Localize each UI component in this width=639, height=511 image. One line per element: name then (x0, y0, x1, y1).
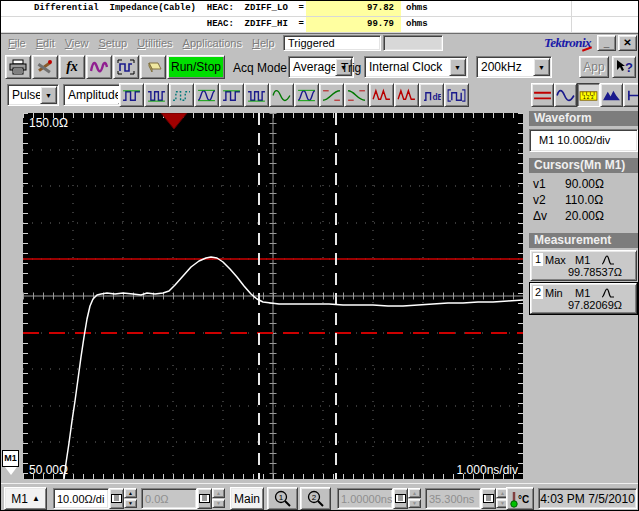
minimize-button[interactable]: _ (597, 35, 616, 51)
waveform-scale-readout[interactable]: M1 10.00Ω/div (529, 129, 638, 152)
keypad-icon (395, 494, 406, 503)
horizontal-scale-spinner: 1.00000ns ▲▼ (337, 487, 421, 510)
meas-period-button[interactable] (294, 83, 319, 107)
pulse-capture-icon (117, 59, 135, 75)
histogram-button[interactable] (600, 83, 623, 107)
waveform-database-button[interactable] (86, 55, 112, 79)
menu-utilities[interactable]: Utilities (137, 35, 172, 49)
graticule[interactable]: 150.0Ω 50.00Ω 1.000ns/div (23, 113, 523, 479)
measurement-readout-min[interactable]: 2 Min M1 97.82069Ω (530, 283, 637, 314)
waveform-marker-handle[interactable]: M1 (2, 450, 19, 467)
meas-pos-overshoot-button[interactable] (369, 83, 394, 107)
timebase-label: 1.000ns/div (457, 463, 518, 477)
keypad-button[interactable] (393, 488, 408, 509)
display-palette-group (531, 83, 639, 107)
close-button[interactable]: ✕ (618, 35, 637, 51)
meas-frequency-button[interactable] (269, 83, 294, 107)
zoom-2-button[interactable]: 2 (300, 487, 331, 510)
tools-button[interactable] (32, 55, 58, 79)
temperature-button[interactable]: °C (506, 487, 534, 510)
meas-high-button[interactable] (119, 83, 144, 107)
signal-type-dropdown[interactable]: Pulse ▼ (7, 84, 59, 106)
spin-down-button[interactable]: ▼ (408, 499, 421, 509)
eraser-icon (144, 59, 162, 75)
signal-type-value: Pulse (8, 88, 40, 102)
spin-up-button[interactable]: ▲ (124, 488, 137, 498)
svg-text:°C: °C (518, 494, 529, 505)
vertical-scale-field[interactable]: 10.00Ω/di (53, 488, 109, 509)
spin-up-button[interactable]: ▲ (212, 488, 225, 498)
waveform-section-header: Waveform (529, 111, 638, 126)
acq-mode-label: Acq Mode (233, 61, 287, 75)
spin-down-button[interactable]: ▼ (124, 499, 137, 509)
menu-file[interactable]: File (8, 35, 26, 49)
meas-pos-overshoot-icon (372, 88, 391, 103)
keypad-button[interactable] (109, 488, 124, 509)
meas-neg-overshoot-button[interactable] (394, 83, 419, 107)
banner-unit: ohms (406, 3, 428, 13)
meas-db-button[interactable] (419, 83, 444, 107)
menu-items: File Edit View Setup Utilities Applicati… (3, 35, 280, 49)
meas-amplitude-button[interactable] (194, 83, 219, 107)
spin-buttons: ▲▼ (408, 488, 421, 509)
cursors-button[interactable] (531, 83, 554, 107)
vertical-scale-spinner: 10.00Ω/di ▲▼ (53, 487, 137, 510)
acquire-waveform-button[interactable] (113, 55, 139, 79)
measurement-source: M1 (575, 254, 601, 266)
menu-view[interactable]: View (65, 35, 89, 49)
spin-down-button[interactable]: ▼ (212, 499, 225, 509)
printer-icon (9, 59, 27, 75)
meas-mid-button[interactable] (169, 83, 194, 107)
meas-amplitude-icon (197, 88, 216, 103)
display-area: 150.0Ω 50.00Ω 1.000ns/div M1 Waveform M1… (1, 109, 639, 483)
cursor-v2-label: v2 (533, 193, 565, 207)
graticule-plot: 150.0Ω 50.00Ω 1.000ns/div (23, 113, 523, 479)
cursor-readout-row: Δv 20.00Ω (528, 208, 639, 224)
menu-edit[interactable]: Edit (36, 35, 55, 49)
keypad-button[interactable] (481, 488, 496, 509)
context-help-button[interactable]: ? (612, 56, 636, 78)
tools-icon (36, 59, 54, 75)
graticule-labels-button[interactable] (577, 83, 600, 107)
trigger-source-dropdown[interactable]: Internal Clock ▼ (364, 56, 468, 78)
menu-applications[interactable]: Applications (183, 35, 242, 49)
waveform-style-button[interactable] (554, 83, 577, 107)
meas-neg-width-button[interactable] (244, 83, 269, 107)
magnifier-2-icon: 2 (306, 490, 326, 508)
measurement-index: 2 (533, 286, 543, 299)
chevron-down-icon[interactable]: ▼ (533, 58, 550, 76)
print-button[interactable] (5, 55, 31, 79)
function-button[interactable]: fx (59, 55, 85, 79)
meas-rise-time-button[interactable] (319, 83, 344, 107)
chevron-down-icon[interactable]: ▼ (40, 86, 57, 104)
meas-pos-width-button[interactable] (219, 83, 244, 107)
keypad-icon (199, 494, 210, 503)
trigger-rate-dropdown[interactable]: 200kHz ▼ (476, 56, 552, 78)
fx-icon: fx (66, 59, 78, 75)
run-stop-button[interactable]: Run/Stop (167, 55, 225, 79)
menu-help[interactable]: Help (252, 35, 275, 49)
keypad-button[interactable] (197, 488, 212, 509)
meas-low-button[interactable] (144, 83, 169, 107)
app-button[interactable]: App (579, 56, 609, 78)
meas-fall-time-button[interactable] (344, 83, 369, 107)
measurement-readout-max[interactable]: 1 Max M1 99.78537Ω (530, 250, 637, 281)
meas-neg-overshoot-icon (397, 88, 416, 103)
menu-setup[interactable]: Setup (98, 35, 127, 49)
spin-up-button[interactable]: ▲ (408, 488, 421, 498)
zoom-1-button[interactable]: 1 (267, 487, 298, 510)
bottom-scale-label: 50.00Ω (29, 463, 68, 477)
purple-wave-icon (90, 59, 108, 75)
meas-burst-button[interactable] (444, 83, 469, 107)
cursor-v1-value: 90.00Ω (565, 177, 604, 191)
bottom-control-bar: M1 ▲ 10.00Ω/di ▲▼ 0.0Ω ▲▼ Main 1 2 1.000… (1, 483, 639, 511)
view-main-button[interactable]: Main (230, 487, 264, 510)
chevron-up-icon: ▲ (32, 494, 40, 503)
channel-select-button[interactable]: M1 ▲ (4, 487, 47, 510)
clear-data-button[interactable] (140, 55, 166, 79)
trigger-source-value: Internal Clock (365, 60, 449, 74)
top-scale-label: 150.0Ω (29, 116, 68, 130)
chevron-down-icon[interactable]: ▼ (449, 58, 466, 76)
gating-button[interactable] (623, 83, 639, 107)
cursor-readout-row: v2 110.0Ω (528, 192, 639, 208)
